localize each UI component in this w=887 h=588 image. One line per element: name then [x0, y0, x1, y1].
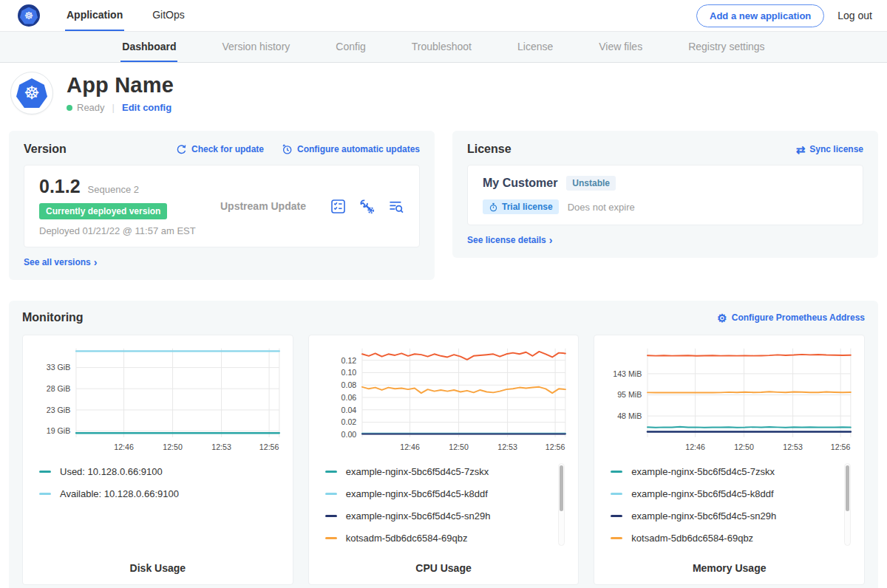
svg-text:12:56: 12:56 [545, 442, 565, 451]
svg-text:0.12: 0.12 [341, 356, 356, 365]
svg-text:12:50: 12:50 [163, 442, 183, 451]
currently-deployed-badge: Currently deployed version [39, 203, 167, 219]
memory-usage-chart-card: 48 MiB95 MiB143 MiB12:4612:5012:5312:56 … [594, 335, 865, 585]
legend-item[interactable]: example-nginx-5bc6f5d4c5-k8ddf [611, 488, 854, 499]
cpu-usage-chart-card: 0.000.020.040.060.080.100.1212:4612:5012… [308, 335, 580, 585]
svg-text:12:53: 12:53 [784, 442, 803, 451]
legend-swatch-icon [325, 471, 337, 473]
preflight-checklist-icon[interactable] [330, 198, 347, 215]
page-title: App Name [67, 73, 174, 98]
configure-prometheus-link[interactable]: ⚙ Configure Prometheus Address [717, 312, 865, 324]
tab-license[interactable]: License [516, 32, 554, 62]
svg-text:12:53: 12:53 [497, 442, 517, 451]
tab-dashboard[interactable]: Dashboard [120, 32, 177, 62]
legend-item[interactable]: example-nginx-5bc6f5d4c5-7zskx [325, 466, 568, 477]
nav-item-gitops[interactable]: GitOps [151, 0, 186, 31]
legend-label: example-nginx-5bc6f5d4c5-7zskx [346, 466, 489, 477]
svg-text:0.02: 0.02 [341, 417, 356, 426]
legend-label: example-nginx-5bc6f5d4c5-7zskx [631, 466, 775, 477]
legend-item[interactable]: example-nginx-5bc6f5d4c5-7zskx [611, 466, 854, 477]
legend-swatch-icon [611, 471, 622, 473]
app-icon: ☸ [10, 72, 53, 114]
app-tabs: Dashboard Version history Config Trouble… [0, 31, 887, 63]
legend-item[interactable]: example-nginx-5bc6f5d4c5-sn29h [325, 510, 568, 522]
legend-label: kotsadm-5db6dc6584-69qbz [631, 533, 753, 544]
legend-item[interactable]: example-nginx-5bc6f5d4c5-sn29h [611, 510, 854, 522]
license-panel: My Customer Unstable Trial license Does … [467, 165, 863, 225]
channel-badge: Unstable [566, 176, 616, 191]
add-application-button[interactable]: Add a new application [696, 4, 824, 27]
svg-text:0.00: 0.00 [341, 430, 356, 439]
svg-text:12:56: 12:56 [831, 442, 851, 451]
see-all-versions-link[interactable]: See all versions › [24, 256, 420, 268]
helm-wheel-icon: ☸ [24, 10, 34, 21]
check-for-update-link[interactable]: Check for update [176, 144, 264, 155]
legend-label: example-nginx-5bc6f5d4c5-k8ddf [346, 488, 488, 499]
svg-text:19 GiB: 19 GiB [47, 426, 70, 435]
legend-label: Used: 10.128.0.66:9100 [60, 466, 163, 477]
tab-view-files[interactable]: View files [597, 32, 644, 62]
version-number: 0.1.2 [39, 176, 81, 197]
svg-text:95 MiB: 95 MiB [618, 390, 642, 399]
legend-swatch-icon [611, 515, 622, 517]
svg-text:28 GiB: 28 GiB [47, 384, 70, 393]
helm-wheel-icon: ☸ [24, 84, 40, 102]
svg-text:0.08: 0.08 [341, 380, 356, 389]
license-expiry: Does not expire [568, 202, 635, 213]
svg-text:0.06: 0.06 [341, 393, 356, 402]
memory-usage-plot: 48 MiB95 MiB143 MiB12:4612:5012:5312:56 [603, 343, 855, 456]
top-nav: ☸ Application GitOps Add a new applicati… [0, 0, 887, 31]
legend-item[interactable]: Used: 10.128.0.66:9100 [39, 466, 282, 477]
tab-config[interactable]: Config [334, 32, 367, 62]
edit-config-link[interactable]: Edit config [122, 102, 171, 113]
tab-registry-settings[interactable]: Registry settings [687, 32, 766, 62]
version-sequence: Sequence 2 [88, 184, 139, 195]
chart-title: Disk Usage [32, 562, 284, 574]
legend-scrollbar[interactable] [844, 463, 851, 546]
svg-text:0.04: 0.04 [341, 406, 356, 414]
see-license-details-link[interactable]: See license details › [467, 234, 863, 246]
chart-title: Memory Usage [603, 562, 855, 574]
legend-label: example-nginx-5bc6f5d4c5-sn29h [346, 510, 491, 522]
sync-arrows-icon: ⇄ [796, 144, 806, 155]
svg-text:48 MiB: 48 MiB [618, 411, 642, 420]
legend-label: Available: 10.128.0.66:9100 [60, 488, 179, 499]
configure-automatic-updates-link[interactable]: Configure automatic updates [282, 144, 420, 155]
logout-button[interactable]: Log out [837, 10, 872, 21]
legend-item[interactable]: kotsadm-5db6dc6584-69qbz [611, 533, 854, 544]
legend-swatch-icon [325, 515, 337, 517]
svg-text:143 MiB: 143 MiB [614, 369, 642, 378]
divider: | [112, 102, 115, 113]
legend-swatch-icon [39, 493, 51, 495]
svg-text:12:50: 12:50 [735, 442, 755, 451]
legend-swatch-icon [325, 493, 337, 495]
disk-usage-legend: Used: 10.128.0.66:9100Available: 10.128.… [39, 466, 282, 499]
svg-text:23 GiB: 23 GiB [47, 406, 70, 414]
kubernetes-logo-icon: ☸ [18, 4, 40, 27]
deploy-logs-icon[interactable] [387, 198, 404, 215]
svg-text:12:46: 12:46 [686, 442, 706, 451]
svg-text:12:46: 12:46 [114, 442, 134, 451]
status-dot-icon [67, 105, 72, 111]
license-card: License ⇄ Sync license My Customer Unsta… [452, 131, 878, 258]
schedule-clock-icon [282, 144, 293, 155]
legend-scrollbar[interactable] [558, 463, 565, 546]
version-card: Version Check for update Configure autom… [9, 131, 435, 280]
tab-troubleshoot[interactable]: Troubleshoot [410, 32, 473, 62]
version-source: Upstream Update [213, 200, 330, 212]
tab-version-history[interactable]: Version history [220, 32, 291, 62]
legend-item[interactable]: Available: 10.128.0.66:9100 [39, 488, 282, 499]
stopwatch-icon [489, 202, 498, 212]
legend-item[interactable]: example-nginx-5bc6f5d4c5-k8ddf [325, 488, 568, 499]
license-card-title: License [467, 143, 512, 156]
chart-title: CPU Usage [318, 562, 570, 574]
cpu-usage-legend: example-nginx-5bc6f5d4c5-7zskxexample-ng… [325, 466, 568, 544]
monitoring-section: Monitoring ⚙ Configure Prometheus Addres… [9, 301, 878, 588]
legend-item[interactable]: kotsadm-5db6dc6584-69qbz [325, 533, 568, 544]
gear-icon: ⚙ [717, 312, 727, 324]
nav-item-application[interactable]: Application [65, 0, 124, 31]
customer-name: My Customer [483, 177, 557, 190]
svg-text:12:46: 12:46 [400, 442, 420, 451]
config-wrench-icon[interactable] [358, 198, 375, 215]
sync-license-link[interactable]: ⇄ Sync license [796, 144, 863, 155]
